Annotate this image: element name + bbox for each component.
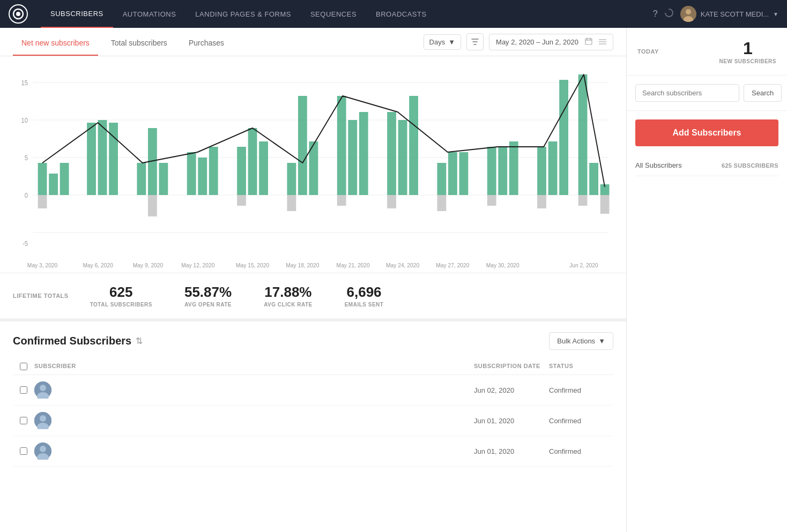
right-panel: TODAY 1 NEW SUBSCRIBERS Search Add Subsc… [626, 28, 787, 532]
today-value: 1 [719, 39, 776, 58]
svg-rect-45 [398, 120, 407, 195]
total-subscribers-value: 625 [90, 284, 152, 301]
svg-rect-34 [209, 147, 218, 195]
days-label: Days [429, 38, 446, 46]
svg-point-88 [40, 446, 46, 452]
emails-sent-label: EMAILS SENT [345, 302, 384, 308]
svg-rect-39 [298, 96, 307, 195]
bulk-actions-label: Bulk Actions [557, 337, 595, 345]
right-search-area: Search [627, 76, 787, 111]
user-menu[interactable]: KATE SCOTT MEDI... ▼ [680, 6, 778, 22]
svg-rect-46 [409, 96, 418, 195]
avg-click-rate-value: 17.88% [264, 284, 313, 301]
svg-rect-42 [348, 120, 357, 195]
row-1-checkbox[interactable] [20, 386, 27, 394]
nav-broadcasts[interactable]: BROADCASTS [366, 0, 436, 28]
search-button[interactable]: Search [744, 84, 782, 102]
svg-rect-27 [98, 120, 107, 195]
subscriber-email-1[interactable]: tommy@applededucation.edu.au [57, 386, 167, 394]
row-2-checkbox[interactable] [20, 417, 27, 424]
subscriber-avatar-2 [34, 412, 51, 429]
svg-rect-51 [498, 147, 507, 195]
avg-click-rate-label: AVG CLICK RATE [264, 302, 313, 308]
nav-automations[interactable]: AUTOMATIONS [113, 0, 186, 28]
subscriber-info-3: lean@uusbi.org.ni [34, 443, 474, 460]
nav-subscribers[interactable]: SUBSCRIBERS [41, 0, 113, 28]
chart-container: 15 10 5 0 -5 [13, 69, 613, 273]
tab-net-new[interactable]: Net new subscribers [13, 28, 98, 56]
loading-icon [664, 8, 674, 20]
svg-rect-29 [137, 163, 146, 195]
days-selector[interactable]: Days ▼ [424, 34, 462, 50]
svg-text:0: 0 [25, 192, 28, 199]
help-icon[interactable]: ? [653, 9, 658, 19]
bulk-actions-button[interactable]: Bulk Actions ▼ [549, 332, 613, 350]
svg-rect-52 [509, 141, 518, 195]
list-item[interactable]: All Subscribers 625 SUBSCRIBERS [635, 155, 778, 176]
add-subscribers-button[interactable]: Add Subscribers [635, 119, 778, 146]
svg-rect-43 [359, 112, 368, 195]
nav-landing-pages[interactable]: LANDING PAGES & FORMS [185, 0, 301, 28]
logo[interactable] [9, 4, 28, 24]
subscriber-avatar-1 [34, 381, 51, 399]
row-checkbox-3 [13, 447, 34, 455]
stats-items: 625 TOTAL SUBSCRIBERS 55.87% AVG OPEN RA… [90, 284, 384, 308]
avg-click-rate-stat: 17.88% AVG CLICK RATE [264, 284, 313, 308]
svg-rect-64 [387, 195, 396, 208]
tab-purchases[interactable]: Purchases [180, 28, 233, 56]
select-all-checkbox[interactable] [20, 363, 27, 370]
svg-rect-24 [49, 174, 58, 195]
svg-text:May 9, 2020: May 9, 2020 [133, 262, 164, 268]
svg-rect-23 [38, 163, 47, 195]
svg-rect-44 [387, 112, 396, 195]
svg-rect-60 [148, 195, 157, 216]
svg-text:10: 10 [21, 117, 28, 124]
calendar-icon [585, 38, 592, 47]
svg-text:May 27, 2020: May 27, 2020 [436, 262, 469, 268]
avg-open-rate-label: AVG OPEN RATE [184, 302, 232, 308]
th-subscriber: SUBSCRIBER [34, 363, 474, 370]
svg-rect-35 [237, 147, 246, 195]
filter-button[interactable] [466, 33, 484, 50]
svg-text:May 3, 2020: May 3, 2020 [27, 262, 58, 268]
svg-rect-56 [578, 74, 588, 195]
svg-rect-50 [487, 147, 496, 195]
svg-rect-57 [589, 163, 598, 195]
row-3-checkbox[interactable] [20, 447, 27, 455]
search-input[interactable] [635, 84, 739, 102]
subscribers-section: Confirmed Subscribers ⇅ Bulk Actions ▼ S… [0, 318, 626, 467]
subscriber-email-2[interactable]: maryjakes@gmail.com [57, 416, 133, 425]
navigation: SUBSCRIBERS AUTOMATIONS LANDING PAGES & … [0, 0, 787, 28]
svg-point-1 [16, 12, 20, 16]
subscribers-title: Confirmed Subscribers [13, 335, 131, 347]
svg-rect-68 [578, 195, 588, 206]
subscriber-avatar-3 [34, 443, 51, 460]
svg-rect-59 [38, 195, 47, 208]
emails-sent-value: 6,696 [345, 284, 384, 301]
svg-rect-26 [87, 123, 96, 195]
svg-rect-6 [585, 39, 592, 44]
svg-text:May 15, 2020: May 15, 2020 [236, 262, 269, 268]
svg-rect-31 [159, 163, 168, 195]
status-badge-1: Confirmed [549, 386, 613, 394]
total-subscribers-stat: 625 TOTAL SUBSCRIBERS [90, 284, 152, 308]
svg-rect-25 [60, 163, 69, 195]
sort-icon[interactable]: ⇅ [136, 336, 143, 346]
svg-point-85 [40, 415, 46, 422]
right-panel-list: All Subscribers 625 SUBSCRIBERS [627, 155, 787, 176]
chevron-down-icon: ▼ [598, 337, 605, 345]
nav-sequences[interactable]: SEQUENCES [301, 0, 366, 28]
svg-text:-5: -5 [23, 240, 28, 247]
tab-total[interactable]: Total subscribers [102, 28, 176, 56]
lifetime-label: LIFETIME TOTALS [13, 293, 69, 299]
svg-text:May 18, 2020: May 18, 2020 [286, 262, 319, 268]
chart-bars [38, 74, 610, 195]
svg-rect-62 [287, 195, 296, 211]
svg-text:15: 15 [21, 79, 28, 86]
subscriber-email-3[interactable]: lean@uusbi.org.ni [57, 447, 117, 455]
chart-area: 15 10 5 0 -5 [0, 56, 626, 273]
list-label-all: All Subscribers [635, 161, 682, 169]
svg-point-4 [686, 9, 691, 14]
date-range-picker[interactable]: May 2, 2020 – Jun 2, 2020 [489, 34, 613, 50]
emails-sent-stat: 6,696 EMAILS SENT [345, 284, 384, 308]
